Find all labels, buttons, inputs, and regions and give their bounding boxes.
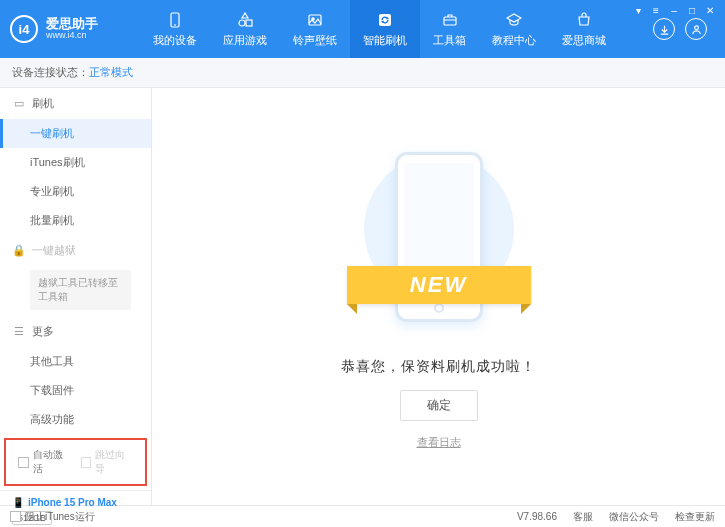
- status-bar: 设备连接状态： 正常模式: [0, 58, 725, 88]
- nav-ringtone-wallpaper[interactable]: 铃声壁纸: [280, 0, 350, 58]
- nav-label: 应用游戏: [223, 33, 267, 48]
- app-title: 爱思助手: [46, 17, 98, 31]
- svg-rect-6: [379, 14, 391, 26]
- flash-section-icon: ▭: [12, 97, 26, 110]
- footer-link-update[interactable]: 检查更新: [675, 510, 715, 524]
- ok-button[interactable]: 确定: [400, 390, 478, 421]
- sidebar-item-download-firmware[interactable]: 下载固件: [0, 376, 151, 405]
- svg-rect-7: [444, 17, 456, 25]
- success-illustration: NEW: [359, 144, 519, 344]
- logo-icon: i4: [10, 15, 38, 43]
- user-button[interactable]: [685, 18, 707, 40]
- image-icon: [306, 11, 324, 29]
- checkbox-block-itunes[interactable]: 阻止iTunes运行: [10, 510, 95, 524]
- nav-label: 智能刷机: [363, 33, 407, 48]
- sidebar-section-flash[interactable]: ▭ 刷机: [0, 88, 151, 119]
- footer-link-support[interactable]: 客服: [573, 510, 593, 524]
- sidebar-item-pro-flash[interactable]: 专业刷机: [0, 177, 151, 206]
- svg-point-2: [239, 20, 245, 26]
- sidebar-section-more[interactable]: ☰ 更多: [0, 316, 151, 347]
- nav-smart-flash[interactable]: 智能刷机: [350, 0, 420, 58]
- phone-icon: [166, 11, 184, 29]
- view-log-link[interactable]: 查看日志: [417, 435, 461, 450]
- sidebar-section-jailbreak: 🔒 一键越狱: [0, 235, 151, 266]
- nav-label: 教程中心: [492, 33, 536, 48]
- nav-label: 我的设备: [153, 33, 197, 48]
- toolbox-icon: [441, 11, 459, 29]
- version-label: V7.98.66: [517, 511, 557, 522]
- device-name: iPhone 15 Pro Max: [28, 497, 117, 508]
- success-message: 恭喜您，保资料刷机成功啦！: [341, 358, 536, 376]
- sidebar-item-other-tools[interactable]: 其他工具: [0, 347, 151, 376]
- checkbox-auto-activate[interactable]: 自动激活: [18, 448, 71, 476]
- checkbox-skip-guide: 跳过向导: [81, 448, 134, 476]
- nav-my-device[interactable]: 我的设备: [140, 0, 210, 58]
- nav-tutorials[interactable]: 教程中心: [479, 0, 549, 58]
- svg-point-8: [694, 25, 698, 29]
- jailbreak-notice: 越狱工具已转移至工具箱: [30, 270, 131, 310]
- more-section-icon: ☰: [12, 325, 26, 338]
- sidebar-item-itunes-flash[interactable]: iTunes刷机: [0, 148, 151, 177]
- sidebar-item-oneclick-flash[interactable]: 一键刷机: [0, 119, 151, 148]
- refresh-icon: [376, 11, 394, 29]
- nav-label: 铃声壁纸: [293, 33, 337, 48]
- graduation-icon: [505, 11, 523, 29]
- menu-icon[interactable]: ▾: [631, 4, 645, 16]
- store-icon: [575, 11, 593, 29]
- options-highlighted-box: 自动激活 跳过向导: [4, 438, 147, 486]
- close-icon[interactable]: ✕: [703, 4, 717, 16]
- section-label: 刷机: [32, 96, 54, 111]
- footer-link-wechat[interactable]: 微信公众号: [609, 510, 659, 524]
- sidebar-item-advanced[interactable]: 高级功能: [0, 405, 151, 434]
- lock-icon: 🔒: [12, 244, 26, 257]
- status-value: 正常模式: [89, 65, 133, 80]
- section-label: 一键越狱: [32, 243, 76, 258]
- svg-rect-3: [246, 20, 252, 26]
- nav-apps-games[interactable]: 应用游戏: [210, 0, 280, 58]
- nav-label: 爱思商城: [562, 33, 606, 48]
- app-url: www.i4.cn: [46, 31, 98, 41]
- new-ribbon: NEW: [347, 266, 531, 304]
- list-icon[interactable]: ≡: [649, 4, 663, 16]
- minimize-icon[interactable]: –: [667, 4, 681, 16]
- status-label: 设备连接状态：: [12, 65, 89, 80]
- nav-label: 工具箱: [433, 33, 466, 48]
- nav-store[interactable]: 爱思商城: [549, 0, 619, 58]
- maximize-icon[interactable]: □: [685, 4, 699, 16]
- app-icon: [236, 11, 254, 29]
- device-icon: 📱: [12, 497, 24, 508]
- download-button[interactable]: [653, 18, 675, 40]
- section-label: 更多: [32, 324, 54, 339]
- app-logo: i4 爱思助手 www.i4.cn: [10, 15, 140, 43]
- sidebar-item-batch-flash[interactable]: 批量刷机: [0, 206, 151, 235]
- nav-toolbox[interactable]: 工具箱: [420, 0, 479, 58]
